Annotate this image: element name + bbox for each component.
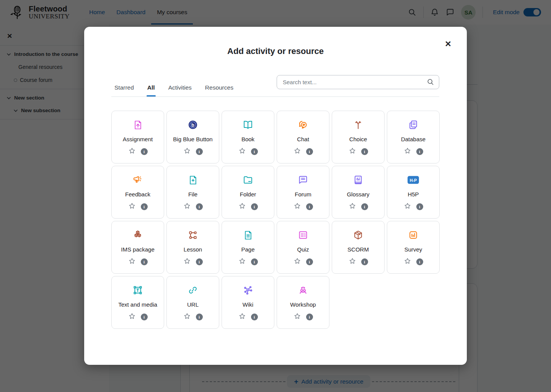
info-icon[interactable]: i bbox=[306, 148, 313, 155]
info-icon[interactable]: i bbox=[141, 258, 148, 265]
activity-tile-survey[interactable]: Surveyi bbox=[387, 221, 440, 274]
folder-icon bbox=[243, 174, 253, 186]
star-icon[interactable] bbox=[404, 147, 411, 156]
info-icon[interactable]: i bbox=[306, 203, 313, 210]
star-icon[interactable] bbox=[128, 147, 136, 156]
activity-tile-glossary[interactable]: AZGlossaryi bbox=[332, 166, 385, 219]
star-icon[interactable] bbox=[349, 147, 356, 156]
tile-actions: i bbox=[349, 202, 368, 211]
tile-actions: i bbox=[293, 147, 313, 156]
activity-tile-label: Survey bbox=[403, 246, 424, 253]
info-icon[interactable]: i bbox=[196, 314, 203, 320]
add-activity-modal: ✕ Add activity or resource Starred All A… bbox=[84, 27, 467, 365]
star-icon[interactable] bbox=[404, 202, 411, 211]
search-icon[interactable] bbox=[427, 78, 434, 86]
info-icon[interactable]: i bbox=[306, 314, 313, 320]
star-icon[interactable] bbox=[349, 202, 356, 211]
svg-text:b: b bbox=[191, 122, 194, 128]
info-icon[interactable]: i bbox=[251, 314, 258, 320]
info-icon[interactable]: i bbox=[416, 203, 423, 210]
activity-tile-label: Page bbox=[240, 246, 256, 253]
tile-actions: i bbox=[238, 312, 258, 322]
activity-tile-quiz[interactable]: Quizi bbox=[277, 221, 329, 274]
wiki-icon bbox=[243, 284, 253, 296]
activity-tile-scorm[interactable]: SCORMi bbox=[332, 221, 385, 274]
info-icon[interactable]: i bbox=[251, 203, 258, 210]
activity-tile-url[interactable]: URLi bbox=[166, 276, 219, 329]
tabs-divider bbox=[111, 96, 439, 97]
star-icon[interactable] bbox=[293, 312, 301, 322]
tile-actions: i bbox=[238, 202, 258, 211]
info-icon[interactable]: i bbox=[361, 203, 368, 210]
info-icon[interactable]: i bbox=[196, 203, 203, 210]
activity-tile-wiki[interactable]: Wikii bbox=[222, 276, 274, 329]
activity-tile-label: SCORM bbox=[346, 246, 370, 253]
activity-tile-lesson[interactable]: Lessoni bbox=[166, 221, 219, 274]
svg-text:AZ: AZ bbox=[356, 177, 360, 180]
tab-starred[interactable]: Starred bbox=[114, 84, 134, 96]
activity-tile-choice[interactable]: Choicei bbox=[332, 111, 385, 163]
text-media-icon bbox=[132, 284, 143, 296]
activity-tile-forum[interactable]: Forumi bbox=[277, 166, 329, 219]
activity-tile-file[interactable]: Filei bbox=[166, 166, 219, 219]
tile-actions: i bbox=[183, 312, 203, 322]
activity-tile-chat[interactable]: Chati bbox=[277, 111, 329, 163]
star-icon[interactable] bbox=[183, 202, 191, 211]
feedback-icon bbox=[132, 174, 143, 186]
tab-all[interactable]: All bbox=[147, 84, 155, 96]
info-icon[interactable]: i bbox=[196, 258, 203, 265]
info-icon[interactable]: i bbox=[251, 148, 258, 155]
activity-tile-book[interactable]: Booki bbox=[222, 111, 274, 163]
info-icon[interactable]: i bbox=[416, 148, 423, 155]
activity-tile-page[interactable]: Pagei bbox=[222, 221, 274, 274]
activity-tile-label: Big Blue Button bbox=[171, 136, 214, 142]
info-icon[interactable]: i bbox=[361, 258, 368, 265]
activity-tile-h5p[interactable]: H-PH5Pi bbox=[387, 166, 440, 219]
activity-tile-workshop[interactable]: Workshopi bbox=[277, 276, 329, 329]
star-icon[interactable] bbox=[128, 257, 136, 266]
activity-tile-label: File bbox=[187, 191, 199, 198]
star-icon[interactable] bbox=[238, 202, 246, 211]
modal-close-icon[interactable]: ✕ bbox=[443, 39, 453, 49]
star-icon[interactable] bbox=[293, 147, 301, 156]
star-icon[interactable] bbox=[238, 147, 246, 156]
star-icon[interactable] bbox=[404, 257, 411, 266]
activity-tile-label: IMS package bbox=[119, 246, 156, 253]
info-icon[interactable]: i bbox=[361, 148, 368, 155]
star-icon[interactable] bbox=[293, 257, 301, 266]
star-icon[interactable] bbox=[183, 312, 191, 322]
activity-tile-assignment[interactable]: Assignmenti bbox=[111, 111, 164, 163]
activity-tile-label: Database bbox=[399, 136, 427, 142]
info-icon[interactable]: i bbox=[141, 148, 148, 155]
modal-search-input[interactable] bbox=[277, 75, 439, 89]
activity-tile-feedback[interactable]: Feedbacki bbox=[111, 166, 164, 219]
star-icon[interactable] bbox=[293, 202, 301, 211]
star-icon[interactable] bbox=[238, 257, 246, 266]
star-icon[interactable] bbox=[349, 257, 356, 266]
activity-tile-grid: AssignmentibBig Blue ButtoniBookiChatiCh… bbox=[111, 111, 440, 329]
activity-tile-label: Glossary bbox=[345, 191, 371, 198]
tile-actions: i bbox=[404, 202, 423, 211]
activity-tile-label: Forum bbox=[293, 191, 313, 198]
star-icon[interactable] bbox=[183, 147, 191, 156]
activity-tile-database[interactable]: Databasei bbox=[387, 111, 440, 163]
star-icon[interactable] bbox=[238, 312, 246, 322]
star-icon[interactable] bbox=[183, 257, 191, 266]
activity-tile-text-and-media[interactable]: Text and mediai bbox=[111, 276, 164, 329]
activity-tile-folder[interactable]: Folderi bbox=[222, 166, 274, 219]
tab-activities[interactable]: Activities bbox=[168, 84, 192, 96]
h5p-icon: H-P bbox=[407, 174, 419, 186]
activity-tile-ims-package[interactable]: IMS packagei bbox=[111, 221, 164, 274]
book-icon bbox=[243, 119, 253, 131]
info-icon[interactable]: i bbox=[141, 314, 148, 320]
tab-resources[interactable]: Resources bbox=[205, 84, 233, 96]
star-icon[interactable] bbox=[128, 312, 136, 322]
info-icon[interactable]: i bbox=[196, 148, 203, 155]
activity-tile-big-blue-button[interactable]: bBig Blue Buttoni bbox=[166, 111, 219, 163]
info-icon[interactable]: i bbox=[416, 258, 423, 265]
info-icon[interactable]: i bbox=[251, 258, 258, 265]
info-icon[interactable]: i bbox=[306, 258, 313, 265]
star-icon[interactable] bbox=[128, 202, 136, 211]
assignment-icon bbox=[133, 119, 143, 131]
info-icon[interactable]: i bbox=[141, 203, 148, 210]
